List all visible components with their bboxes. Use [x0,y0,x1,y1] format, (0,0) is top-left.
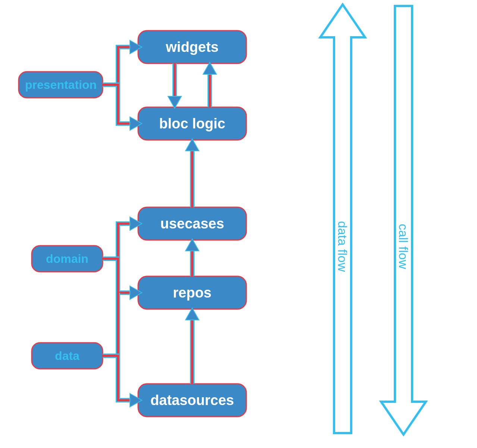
category-presentation-label: presentation [25,78,97,91]
layer-datasources-box: datasources [138,384,246,417]
category-presentation-box: presentation [19,72,103,98]
svg-marker-16 [186,239,199,251]
layer-bloc-logic-box: bloc logic [138,107,246,140]
svg-marker-17 [186,308,199,320]
category-data-box: data [32,343,103,369]
arrow-usecases-to-bloc [186,139,199,207]
call-flow-arrow: call flow [381,6,426,435]
layer-repos-label: repos [173,285,211,301]
category-data-label: data [55,349,80,363]
arrow-bloc-to-widgets [203,62,216,107]
architecture-diagram: widgets bloc logic usecases repos dataso… [0,0,477,448]
svg-marker-15 [186,139,199,151]
arrow-repos-to-usecases [186,239,199,276]
data-flow-label: data flow [336,221,350,272]
connector-domain-usecases [103,217,142,259]
layer-widgets-label: widgets [165,39,218,55]
layer-datasources-label: datasources [150,392,234,408]
connector-presentation-widgets [103,40,142,85]
arrow-datasources-to-repos [186,308,199,384]
layer-repos-box: repos [138,276,246,309]
layer-usecases-box: usecases [138,207,246,240]
layer-widgets-box: widgets [138,31,246,63]
connector-data-datasources [103,356,142,407]
arrow-widgets-to-bloc [168,63,181,108]
layer-usecases-label: usecases [160,216,224,231]
connector-data-repos [103,293,118,356]
category-domain-box: domain [32,246,103,272]
category-domain-label: domain [46,252,88,265]
call-flow-label: call flow [396,224,411,269]
svg-marker-13 [168,96,181,108]
layer-bloc-logic-label: bloc logic [159,116,225,131]
data-flow-arrow: data flow [320,4,365,433]
svg-marker-14 [203,62,216,74]
connector-presentation-bloc [103,85,142,130]
connector-domain-repos [103,259,142,299]
